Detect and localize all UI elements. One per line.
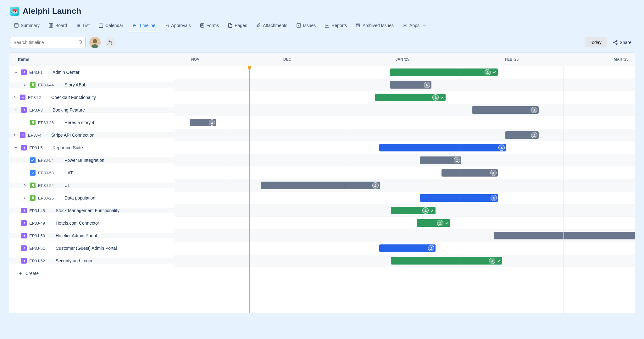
assignee-icon (422, 207, 429, 214)
view-tabs: SummaryBoardListCalendarTimelineApproval… (10, 20, 634, 32)
svg-point-11 (613, 42, 615, 43)
timeline-item[interactable]: EP3J-25Data population (9, 195, 175, 201)
timeline-bar[interactable] (494, 232, 635, 239)
expand-toggle[interactable] (22, 183, 27, 187)
item-key: EP3J-54 (38, 158, 62, 163)
tab-forms[interactable]: Forms (196, 20, 223, 32)
timeline-item[interactable]: EP3J-49Hotels.com Connector (9, 220, 175, 226)
timeline-bar[interactable] (420, 194, 498, 202)
collapse-toggle[interactable] (14, 108, 19, 112)
share-button[interactable]: Share (610, 37, 634, 47)
item-title: Data population (64, 195, 95, 200)
epic-icon (20, 132, 25, 138)
assignee-icon (424, 82, 430, 88)
timeline-bar[interactable] (391, 257, 502, 265)
timeline-lane[interactable] (175, 229, 635, 242)
today-button[interactable]: Today (585, 37, 606, 47)
expand-toggle[interactable] (22, 83, 27, 87)
month-header: NOV (161, 53, 230, 66)
tab-list[interactable]: List (72, 20, 93, 32)
expand-toggle[interactable] (12, 96, 17, 99)
tab-board[interactable]: Board (45, 20, 71, 32)
timeline-lane[interactable] (175, 129, 635, 141)
timeline-bar[interactable] (472, 106, 539, 114)
timeline-bar[interactable] (417, 219, 450, 227)
tab-approvals[interactable]: Approvals (160, 20, 194, 32)
tab-calendar[interactable]: Calendar (95, 20, 127, 32)
timeline-lane[interactable] (175, 179, 635, 192)
timeline-item[interactable]: EP3J-48Stock Management Functionality (9, 208, 175, 213)
timeline-bar[interactable] (379, 144, 506, 151)
tab-label: Issues (303, 23, 316, 28)
timeline-item[interactable]: EP3J-26Heres a story 4 (9, 120, 175, 125)
expand-toggle[interactable] (12, 133, 17, 137)
timeline-bar[interactable] (441, 169, 498, 177)
assignee-icon (498, 145, 505, 151)
timeline-lane[interactable] (175, 242, 635, 254)
timeline-lane[interactable] (175, 192, 635, 204)
timeline-lane[interactable] (175, 254, 635, 267)
timeline-lane[interactable] (175, 91, 635, 104)
item-title: Customer (Guest) Admin Portal (56, 246, 117, 251)
item-key: EP3J-52 (29, 259, 53, 263)
tab-archived[interactable]: Archived Issues (352, 20, 397, 32)
timeline-bar[interactable] (379, 244, 436, 252)
timeline-lane[interactable] (175, 116, 635, 129)
timeline-item[interactable]: EP3J-3Booking Feature (9, 107, 175, 113)
timeline-bar[interactable] (190, 119, 216, 126)
timeline-lane[interactable] (175, 141, 635, 154)
collapse-toggle[interactable] (14, 70, 19, 74)
timeline-item[interactable]: EP3J-2Checkout Functionality (9, 95, 175, 100)
tab-label: Attachments (263, 23, 287, 28)
svg-point-17 (211, 121, 213, 123)
svg-point-20 (456, 159, 458, 160)
timeline-lane[interactable] (175, 167, 635, 179)
timeline-lane[interactable] (175, 217, 635, 229)
check-icon (445, 221, 449, 225)
svg-point-21 (493, 172, 494, 173)
timeline-item[interactable]: EP3J-44Story ABab (9, 82, 175, 88)
tab-label: Approvals (171, 23, 191, 28)
tab-timeline[interactable]: Timeline (128, 20, 159, 32)
tab-issues[interactable]: Issues (292, 20, 319, 32)
timeline-item[interactable]: EP3J-5Reporting Suite (9, 145, 175, 150)
timeline-item[interactable]: EP3J-1Admin Center (9, 69, 175, 75)
timeline-bar[interactable] (505, 131, 539, 139)
item-key: EP3J-51 (29, 246, 53, 251)
timeline-item[interactable]: EP3J-53UAT (9, 170, 175, 176)
timeline-item[interactable]: EP3J-51Customer (Guest) Admin Portal (9, 245, 175, 251)
item-title: Heres a story 4 (64, 120, 94, 125)
timeline-item[interactable]: EP3J-4Stripe API Connection (9, 132, 175, 138)
timeline-bar[interactable] (390, 81, 431, 89)
tab-label: Summary (21, 23, 40, 28)
timeline-bar[interactable] (375, 94, 446, 101)
tab-label: Pages (235, 23, 247, 28)
assignee-icon (485, 69, 491, 75)
timeline-lane[interactable] (175, 104, 635, 116)
tab-apps[interactable]: Apps (399, 20, 431, 32)
story-icon (30, 195, 36, 201)
tab-reports[interactable]: Reports (321, 20, 351, 32)
timeline-item[interactable]: EP3J-24UI (9, 183, 175, 188)
timeline-item[interactable]: EP3J-54Power BI Integration (9, 157, 175, 163)
timeline-item[interactable]: EP3J-50Hotelier Admin Portal (9, 233, 175, 238)
tab-attachments[interactable]: Attachments (252, 20, 291, 32)
timeline-lane[interactable] (175, 154, 635, 167)
tab-summary[interactable]: Summary (10, 20, 43, 32)
create-button[interactable]: Create (9, 267, 635, 280)
timeline-lane[interactable] (175, 79, 635, 91)
timeline-item[interactable]: EP3J-52Security and Login (9, 258, 175, 264)
timeline-lane[interactable] (175, 204, 635, 217)
tab-pages[interactable]: Pages (224, 20, 251, 32)
timeline-bar[interactable] (261, 182, 380, 189)
user-avatar[interactable]: B (89, 37, 101, 48)
collapse-toggle[interactable] (14, 146, 19, 150)
timeline-bar[interactable] (420, 156, 461, 164)
timeline-lane[interactable] (175, 66, 635, 79)
timeline-bar[interactable] (391, 207, 436, 214)
check-icon (497, 259, 501, 263)
search-input[interactable] (10, 37, 86, 48)
timeline-bar[interactable] (390, 68, 498, 76)
add-person-button[interactable] (104, 37, 116, 48)
expand-toggle[interactable] (22, 196, 27, 200)
